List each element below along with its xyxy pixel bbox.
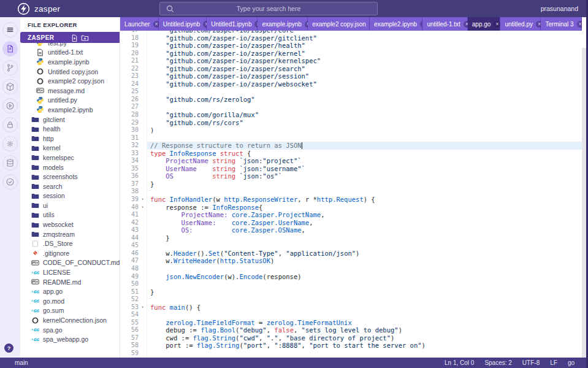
code-text[interactable]: ProjectName: core.Zasper.ProjectName, <box>147 211 582 219</box>
tab-app-go[interactable]: app.go× <box>468 17 501 31</box>
activity-git-branch-button[interactable] <box>2 60 18 75</box>
code-text[interactable]: "github.com/rs/cors" <box>147 119 582 127</box>
file-item[interactable]: health <box>20 124 120 134</box>
code-text[interactable]: type InfoResponse struct { <box>147 150 582 158</box>
tab-terminal-3[interactable]: Terminal 3× <box>541 17 582 31</box>
search-input[interactable] <box>160 2 377 15</box>
code-text[interactable]: "github.com/zasper-io/zasper/kernel" <box>147 50 582 58</box>
code-text[interactable]: w.WriteHeader(http.StatusOK) <box>147 257 582 265</box>
file-item[interactable]: example2 copy.json <box>20 76 120 86</box>
file-item[interactable]: search <box>20 182 120 191</box>
tab-example2-ipynb[interactable]: example2.ipynb× <box>370 17 422 31</box>
code-text[interactable]: "github.com/zasper-io/zasper/session" <box>147 72 582 80</box>
file-item[interactable]: models <box>20 163 120 172</box>
fold-icon[interactable]: ▾ <box>139 204 147 212</box>
file-item[interactable]: utils <box>20 210 120 220</box>
file-item[interactable]: websocket <box>20 220 120 229</box>
file-item[interactable]: ui <box>20 201 120 210</box>
editor-scrollbar[interactable] <box>582 48 586 368</box>
code-text[interactable]: "github.com/zasper-io/zasper/websocket" <box>147 80 582 88</box>
file-item[interactable]: Untitled copy.json <box>20 67 120 77</box>
status-item[interactable]: Ln 1, Col 0 <box>445 359 474 366</box>
code-text[interactable]: // Response structure to return as JSON <box>147 142 582 150</box>
code-text[interactable] <box>147 350 582 358</box>
file-item[interactable]: GOspa_webapp.go <box>20 334 120 344</box>
code-text[interactable]: func main() { <box>147 304 582 312</box>
tab-untitled-py[interactable]: untitled.py× <box>500 17 541 31</box>
close-icon[interactable]: × <box>494 21 500 28</box>
file-item[interactable]: GOgo.sum <box>20 306 120 316</box>
workspace-bar[interactable]: ZASPER <box>20 32 120 43</box>
code-text[interactable]: port := flag.String("port", ":8888", "po… <box>147 342 582 350</box>
code-text[interactable]: "github.com/zasper-io/zasper/kernelspec" <box>147 57 582 65</box>
code-text[interactable]: zerolog.TimeFieldFormat = zerolog.TimeFo… <box>147 319 582 327</box>
status-item[interactable]: go <box>568 359 575 366</box>
app-logo[interactable]: zasper <box>17 2 60 15</box>
code-text[interactable]: func InfoHandler(w http.ResponseWriter, … <box>147 196 582 204</box>
code-text[interactable]: ) <box>147 126 582 134</box>
file-item[interactable]: kernelConnection.json <box>20 315 120 325</box>
new-folder-button[interactable] <box>81 34 89 42</box>
code-text[interactable]: OS: core.Zasper.OSName, <box>147 226 582 234</box>
code-text[interactable] <box>147 103 582 111</box>
code-text[interactable] <box>147 280 582 288</box>
search-bar[interactable] <box>159 2 378 15</box>
code-text[interactable]: response := InfoResponse{ <box>147 204 582 212</box>
status-item[interactable]: Spaces: 2 <box>484 359 511 366</box>
code-text[interactable]: UserName string `json:"username"` <box>147 165 582 173</box>
file-item[interactable]: README.md <box>20 277 120 287</box>
file-item[interactable]: .DS_Store <box>20 239 120 248</box>
tab-launcher[interactable]: Launcher× <box>120 17 159 31</box>
code-text[interactable]: OS string `json:"os"` <box>147 172 582 180</box>
fold-icon[interactable]: ▾ <box>139 196 147 204</box>
code-text[interactable] <box>147 311 582 319</box>
file-item[interactable]: GOapp.go <box>20 286 120 296</box>
code-text[interactable]: "github.com/rs/zerolog" <box>147 96 582 104</box>
new-file-button[interactable] <box>71 34 78 42</box>
file-item[interactable]: zmqstream <box>20 229 120 239</box>
code-text[interactable]: cwd := flag.String("cwd", ".", "base dir… <box>147 334 582 342</box>
activity-files-button[interactable] <box>2 41 18 56</box>
tab-example2-copy-json[interactable]: example2 copy.json× <box>308 17 370 31</box>
file-item[interactable]: CODE_OF_CONDUCT.md <box>20 258 120 268</box>
code-text[interactable]: json.NewEncoder(w).Encode(response) <box>147 273 582 281</box>
file-item[interactable]: kernelspec <box>20 153 120 163</box>
code-editor[interactable]: 17 "github.com/zasper-io/zasper/core"18 … <box>120 31 582 358</box>
file-item[interactable]: untitled-1.txt <box>20 48 120 58</box>
close-icon[interactable]: × <box>577 21 582 28</box>
code-text[interactable]: w.Header().Set("Content-Type", "applicat… <box>147 250 582 258</box>
tab-untitled-ipynb[interactable]: Untitled.ipynb× <box>159 17 207 31</box>
file-item[interactable]: .gitignore <box>20 248 120 258</box>
activity-database-button[interactable] <box>2 155 18 171</box>
activity-settings-button[interactable] <box>2 136 18 151</box>
code-text[interactable]: debug := flag.Bool("debug", false, "sets… <box>147 326 582 334</box>
code-text[interactable]: ProjectName string `json:"project"` <box>147 157 582 165</box>
code-text[interactable] <box>147 265 582 273</box>
code-text[interactable] <box>147 188 582 196</box>
code-text[interactable] <box>147 242 582 250</box>
code-text[interactable]: "github.com/gorilla/mux" <box>147 111 582 119</box>
tab-untitled1-ipynb[interactable]: Untitled1.ipynb× <box>207 17 258 31</box>
code-text[interactable] <box>147 134 582 142</box>
file-item[interactable]: screenshots <box>20 172 120 182</box>
file-item[interactable]: kernel <box>20 144 120 153</box>
status-item[interactable]: UTF-8 <box>522 359 540 366</box>
activity-run-button[interactable] <box>2 98 18 113</box>
code-text[interactable] <box>147 88 582 96</box>
file-item[interactable]: GOLICENSE <box>20 267 120 277</box>
activity-menu-button[interactable] <box>2 22 18 37</box>
file-item[interactable]: example.ipynb <box>20 57 120 67</box>
file-item[interactable]: GOgo.mod <box>20 296 120 306</box>
code-text[interactable]: } <box>147 234 582 242</box>
code-text[interactable]: } <box>147 288 582 296</box>
status-item[interactable]: LF <box>550 359 557 366</box>
code-text[interactable]: } <box>147 180 582 188</box>
activity-lock-button[interactable] <box>2 117 18 132</box>
code-text[interactable]: UserName: core.Zasper.UserName, <box>147 219 582 227</box>
file-item[interactable]: GOspa.go <box>20 325 120 335</box>
activity-checks-button[interactable] <box>2 174 18 190</box>
file-item[interactable]: session <box>20 191 120 201</box>
activity-package-button[interactable] <box>2 79 18 94</box>
fold-icon[interactable]: ▾ <box>139 304 147 312</box>
code-text[interactable]: "github.com/zasper-io/zasper/health" <box>147 42 582 50</box>
